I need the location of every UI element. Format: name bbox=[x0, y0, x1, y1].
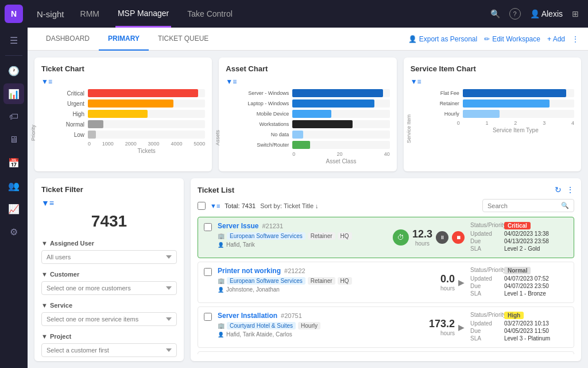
ticket-timer-section: ⏱ 12.3 hours ⏸ ⏹ bbox=[393, 222, 465, 253]
ticket-title-row: Server Installation #20751 bbox=[218, 312, 423, 320]
asset-chart-filter-icon[interactable]: ▼≡ bbox=[226, 78, 237, 86]
ticket-hours-section: 0.0 hours ▶ bbox=[440, 267, 465, 298]
ticket-title-row: Server Issue #21231 bbox=[218, 222, 387, 230]
filter-toolbar-icon[interactable]: ▼≡ bbox=[210, 202, 220, 209]
filter-user-expand-icon[interactable]: ▼ bbox=[41, 240, 48, 247]
tab-actions: 👤 Export as Personal ✏ Edit Workspace + … bbox=[408, 35, 579, 43]
ticket-checkbox[interactable] bbox=[204, 223, 212, 231]
search-icon[interactable]: 🔍 bbox=[490, 9, 500, 18]
asset-chart-wrapper: Assets Server - Windows Laptop - Windows… bbox=[226, 89, 389, 164]
page-content: Ticket Chart ▼≡ Priority Critical Urgent bbox=[28, 51, 588, 368]
ticket-name[interactable]: Printer not working bbox=[218, 267, 281, 275]
ticket-name[interactable]: Server Installation bbox=[218, 312, 277, 320]
ticket-row: Server Issue #21231 🏢 European Software … bbox=[198, 217, 574, 258]
export-personal-button[interactable]: 👤 Export as Personal bbox=[408, 35, 477, 43]
service-chart-title: Service Item Chart bbox=[411, 64, 574, 73]
sidebar-icon-clock[interactable]: 🕐 bbox=[3, 60, 24, 81]
priority-badge: Critical bbox=[504, 222, 531, 229]
service-chart-filter-icon[interactable]: ▼≡ bbox=[411, 78, 421, 86]
sidebar-icon-menu[interactable]: ☰ bbox=[3, 30, 24, 51]
sidebar-icon-chart[interactable]: 📊 bbox=[3, 83, 24, 104]
asset-chart-x-label: Asset Class bbox=[243, 158, 389, 164]
sidebar-icon-users[interactable]: 👥 bbox=[3, 175, 24, 196]
meta-due-row: Due 04/05/2023 11:50 bbox=[470, 328, 568, 334]
asset-bar-laptop-win: Laptop - Windows bbox=[243, 99, 389, 108]
ticket-checkbox[interactable] bbox=[204, 268, 212, 276]
ticket-list-more-icon[interactable]: ⋮ bbox=[566, 185, 574, 194]
filter-icon[interactable]: ▼≡ bbox=[41, 198, 177, 208]
ticket-hours-label: hours bbox=[412, 240, 432, 247]
filter-user-select[interactable]: All users bbox=[41, 250, 177, 264]
ticket-customer-icon: 🏢 bbox=[218, 233, 225, 239]
sidebar-icon-settings[interactable]: ⚙ bbox=[3, 221, 24, 242]
play-button[interactable]: ▶ bbox=[458, 278, 465, 287]
ticket-tags: 🏢 European Software Services Retainer HQ bbox=[218, 232, 387, 240]
help-icon[interactable]: ? bbox=[509, 8, 521, 20]
asset-chart-y-label: Assets bbox=[215, 130, 220, 145]
ticket-list-title: Ticket List bbox=[198, 186, 234, 194]
ticket-id: #21231 bbox=[262, 223, 283, 229]
ticket-hours-value: 173.2 bbox=[429, 318, 455, 330]
nav-msp-manager[interactable]: MSP Manager bbox=[115, 0, 171, 28]
ticket-meta: Status/Priority Critical Updated 04/02/2… bbox=[470, 222, 568, 253]
ticket-hours-label: hours bbox=[429, 330, 455, 336]
brand-label: N-sight bbox=[37, 9, 64, 19]
ticket-meta: Status/Priority High Updated 03/27/2023 … bbox=[470, 312, 568, 343]
nav-rmm[interactable]: RMM bbox=[78, 0, 102, 28]
timer-pause-button[interactable]: ⏸ bbox=[436, 231, 448, 244]
tab-primary[interactable]: PRIMARY bbox=[99, 28, 149, 51]
meta-due-row: Due 04/13/2023 23:58 bbox=[470, 238, 568, 244]
ticket-search-icon[interactable]: 🔍 bbox=[561, 202, 569, 209]
bar-urgent: Urgent bbox=[59, 99, 205, 108]
nav-take-control[interactable]: Take Control bbox=[185, 0, 235, 28]
play-button[interactable]: ▶ bbox=[458, 323, 465, 332]
service-bar-flatfee: Flat Fee bbox=[428, 89, 574, 97]
sidebar-icon-tag[interactable]: 🏷 bbox=[3, 106, 24, 127]
ticket-customer: Courtyard Hotel & Suites bbox=[227, 322, 296, 329]
timer-stop-button[interactable]: ⏹ bbox=[452, 231, 465, 244]
sidebar-icon-calendar[interactable]: 📅 bbox=[3, 152, 24, 173]
sidebar-icon-monitor[interactable]: 🖥 bbox=[3, 129, 24, 150]
bar-normal: Normal bbox=[59, 120, 205, 128]
app-logo[interactable]: N bbox=[5, 5, 23, 23]
ticket-list-actions: ↻ ⋮ bbox=[555, 185, 574, 194]
asset-bar-switch: Switch/Router bbox=[243, 141, 389, 149]
more-options-icon[interactable]: ⋮ bbox=[572, 35, 579, 43]
ticket-total-label: Total: 7431 bbox=[225, 202, 256, 209]
priority-badge: High bbox=[504, 312, 524, 319]
filter-project-select[interactable]: Select a customer first bbox=[41, 343, 177, 357]
meta-updated-row: Updated 04/07/2023 07:52 bbox=[470, 275, 568, 282]
service-chart-wrapper: Service Item Flat Fee Retainer Hourly bbox=[411, 89, 574, 133]
ticket-tags: 🏢 European Software Services Retainer HQ bbox=[218, 277, 435, 285]
ticket-updated: 03/27/2023 10:13 bbox=[504, 320, 549, 327]
asset-chart-title: Asset Chart bbox=[226, 64, 389, 73]
bar-high: High bbox=[59, 110, 205, 118]
add-button[interactable]: + Add bbox=[547, 35, 565, 43]
ticket-chart-filter-icon[interactable]: ▼≡ bbox=[41, 78, 52, 86]
filter-service-select[interactable]: Select one or more service items bbox=[41, 312, 177, 326]
filter-service-expand-icon[interactable]: ▼ bbox=[41, 302, 48, 309]
ticket-search-input[interactable] bbox=[488, 202, 558, 209]
ticket-due: 04/07/2023 23:50 bbox=[504, 283, 549, 289]
ticket-checkbox[interactable] bbox=[204, 313, 212, 321]
filter-customer-select[interactable]: Select one or more customers bbox=[41, 281, 177, 295]
user-menu[interactable]: 👤 Alexis bbox=[530, 9, 563, 18]
select-all-checkbox[interactable] bbox=[198, 202, 206, 210]
sidebar-icon-bar[interactable]: 📈 bbox=[3, 198, 24, 219]
ticket-name[interactable]: Server Issue bbox=[218, 222, 258, 230]
tab-dashboard[interactable]: DASHBOARD bbox=[37, 28, 99, 51]
ticket-filter-panel: Ticket Filter ▼≡ 7431 ▼ Assigned User Al… bbox=[34, 178, 184, 361]
filter-customer-expand-icon[interactable]: ▼ bbox=[41, 271, 48, 278]
filter-project-expand-icon[interactable]: ▼ bbox=[41, 333, 48, 340]
tab-ticket-queue[interactable]: TICKET QUEUE bbox=[149, 28, 218, 51]
apps-icon[interactable]: ⊞ bbox=[572, 9, 579, 18]
ticket-title-row: Printer not working #21222 bbox=[218, 267, 435, 275]
edit-workspace-button[interactable]: ✏ Edit Workspace bbox=[484, 35, 540, 43]
ticket-tag-retainer: Retainer bbox=[308, 232, 335, 240]
timer-clock-icon: ⏱ bbox=[393, 229, 409, 246]
sort-label[interactable]: Sort by: Ticket Title ↓ bbox=[260, 202, 318, 209]
sidebar: N ☰ 🕐 📊 🏷 🖥 📅 👥 📈 ⚙ bbox=[0, 0, 28, 368]
ticket-due: 04/05/2023 11:50 bbox=[504, 328, 549, 334]
ticket-list-refresh-icon[interactable]: ↻ bbox=[555, 185, 562, 194]
ticket-hours-label: hours bbox=[440, 285, 455, 292]
